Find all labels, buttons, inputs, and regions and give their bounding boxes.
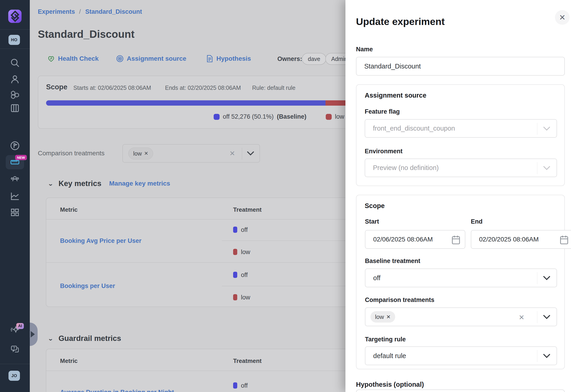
treatment-swatch [233, 227, 237, 233]
scope-starts-at: Starts at: 02/06/2025 08:06AM [73, 84, 151, 91]
hypothesis-link[interactable]: Hypothesis [206, 55, 251, 63]
ruler-icon[interactable] [9, 157, 20, 168]
chip-close-icon[interactable]: ✕ [386, 314, 391, 320]
collapse-icon[interactable]: ⌄ [48, 180, 53, 187]
assignment-source-link[interactable]: Assignment source [116, 55, 186, 63]
scope-rule: Rule: default rule [252, 84, 296, 91]
baseline-treatment-value: off [373, 274, 381, 282]
close-button[interactable]: ✕ [555, 10, 570, 25]
feature-flag-select[interactable]: front_end_discount_coupon [365, 119, 557, 138]
assignment-source-heading: Assignment source [365, 92, 426, 99]
legend-baseline-tag: (Baseline) [277, 113, 306, 120]
scope-banner: Scope Starts at: 02/06/2025 08:06AM Ends… [38, 76, 388, 129]
columns-icon[interactable] [9, 103, 20, 114]
user-icon[interactable] [9, 74, 20, 85]
health-check-link[interactable]: Health Check [47, 55, 99, 63]
divider [46, 371, 388, 371]
legend-swatch-low [326, 114, 332, 120]
baseline-treatment-label: Baseline treatment [365, 257, 420, 265]
search-icon[interactable] [9, 57, 20, 68]
start-label: Start [365, 218, 379, 225]
targeting-rule-select[interactable]: default rule [365, 346, 557, 365]
health-check-label: Health Check [58, 55, 99, 62]
breadcrumb-experiments[interactable]: Experiments [38, 8, 75, 15]
hypothesis-label: Hypothesis [216, 55, 251, 62]
collapse-icon[interactable]: ⌄ [48, 335, 53, 342]
chevron-down-icon [543, 126, 551, 131]
chevron-down-icon [543, 165, 551, 171]
metric-link[interactable]: Booking Avg Price per User [60, 237, 142, 244]
scope-ends-at: Ends at: 02/20/2025 08:06AM [165, 84, 241, 91]
chevron-down-icon[interactable] [543, 353, 551, 359]
treatment-name: off [241, 271, 248, 279]
comparison-treatments-label: Comparison treatments [38, 150, 104, 157]
divider [537, 162, 537, 174]
name-input[interactable]: Standard_Discount [356, 57, 565, 76]
legend-off: off 52,276 (50.1%) (Baseline) [214, 113, 306, 120]
user-avatar[interactable]: JO [9, 371, 20, 381]
treatment-chip-low[interactable]: low ✕ [371, 311, 395, 322]
dashboard-icon[interactable] [9, 207, 20, 218]
main-content: Experiments / Standard_Discount Standard… [30, 0, 369, 392]
calendar-icon[interactable] [559, 235, 569, 245]
svg-text:?: ? [13, 346, 15, 350]
end-date-input[interactable]: 02/20/2025 08:06AM [471, 230, 571, 249]
treatment-swatch [233, 382, 237, 389]
col-treatment: Treatment [233, 357, 262, 364]
guardrail-metrics-header: ⌄ Guardrail metrics [48, 334, 121, 343]
divider [0, 49, 30, 49]
treatment-name: low [241, 294, 250, 301]
clear-selection-icon[interactable]: ✕ [229, 149, 235, 157]
chevron-down-icon[interactable] [247, 151, 255, 156]
help-chat-icon[interactable]: ? [9, 344, 20, 355]
chip-label: low [133, 150, 142, 157]
chip-close-icon[interactable]: ✕ [144, 151, 148, 156]
metrics-chart-icon[interactable] [9, 191, 20, 202]
start-date-input[interactable]: 02/06/2025 08:06AM [365, 230, 465, 249]
start-date-value: 02/06/2025 08:06AM [373, 236, 433, 243]
treatment-chip-low[interactable]: low ✕ [128, 148, 153, 159]
chip-label: low [375, 313, 384, 321]
audience-icon[interactable] [9, 174, 20, 185]
metric-link[interactable]: Bookings per User [60, 282, 115, 290]
manage-key-metrics-link[interactable]: Manage key metrics [109, 180, 170, 187]
scope-card: Scope Start End 02/06/2025 08:06AM 02/20… [356, 195, 565, 369]
legend-low: low [326, 113, 344, 120]
environment-label: Environment [365, 148, 402, 155]
end-date-value: 02/20/2025 08:06AM [479, 236, 539, 243]
chevron-down-icon[interactable] [543, 314, 551, 320]
chevron-down-icon[interactable] [543, 275, 551, 281]
environment-value: Preview (no definition) [373, 164, 439, 172]
drawer-title: Update experiment [356, 16, 445, 27]
key-metrics-title: Key metrics [58, 179, 101, 188]
hypothesis-textarea[interactable] [356, 390, 565, 392]
divider [537, 350, 537, 362]
divider [46, 262, 388, 263]
clear-selection-icon[interactable]: ✕ [519, 313, 525, 322]
key-metrics-table: Metric Treatment Direction Booking Avg P… [46, 197, 388, 307]
comparison-treatments-select[interactable]: low ✕ ✕ [365, 308, 557, 326]
breadcrumb-current[interactable]: Standard_Discount [85, 8, 142, 15]
treatment-name: off [241, 226, 248, 234]
owner-pill-dave: dave [302, 53, 326, 65]
segments-icon[interactable] [9, 89, 20, 100]
breadcrumb-separator: / [79, 8, 81, 15]
comparison-treatments-select[interactable]: low ✕ ✕ [122, 144, 260, 163]
metric-link[interactable]: Average Duration in Booking per Night [60, 389, 174, 392]
divider [0, 29, 30, 29]
baseline-treatment-select[interactable]: off [365, 268, 557, 287]
guardrail-metrics-title: Guardrail metrics [58, 334, 121, 343]
workspace-badge[interactable]: HO [9, 35, 20, 45]
divider [537, 123, 537, 135]
allocation-segment-off [46, 100, 326, 106]
targeting-rule-label: Targeting rule [365, 336, 406, 343]
update-experiment-drawer: ✕ Update experiment Name Standard_Discou… [345, 0, 571, 392]
flag-icon[interactable] [9, 140, 20, 151]
environment-select[interactable]: Preview (no definition) [365, 158, 557, 177]
target-icon [116, 55, 124, 63]
calendar-icon[interactable] [451, 235, 461, 245]
divider [537, 311, 537, 323]
owners-label: Owners: [277, 56, 302, 63]
treatment-swatch [233, 272, 237, 278]
statsig-logo[interactable] [8, 10, 22, 23]
